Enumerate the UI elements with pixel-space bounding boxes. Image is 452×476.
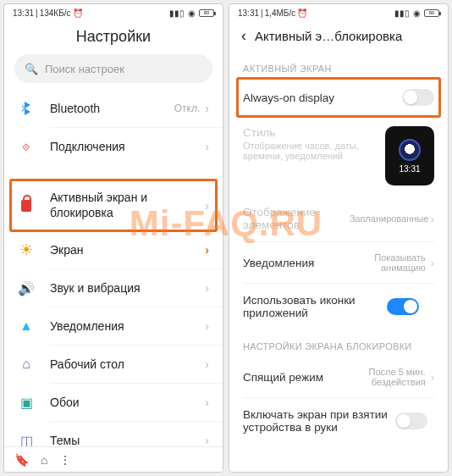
back-button[interactable]: ‹	[241, 28, 246, 43]
signal-icon: ▮▮▯	[169, 8, 185, 18]
preview-time: 13:31	[399, 164, 420, 174]
status-time: 13:31	[238, 8, 259, 18]
chevron-right-icon: ›	[205, 199, 209, 213]
row-label: Подключения	[50, 140, 205, 153]
toggle-aod[interactable]	[402, 89, 434, 106]
chevron-right-icon: ›	[431, 257, 434, 269]
row-display[interactable]: ☀ Экран ›	[4, 231, 223, 268]
row-value: После 5 мин. бездействия	[350, 367, 426, 387]
chevron-right-icon: ›	[431, 371, 434, 384]
row-subtitle: Отображение часов, даты, времени, уведом…	[243, 141, 370, 161]
bell-icon: ▲	[18, 318, 35, 335]
chevron-right-icon: ›	[205, 396, 209, 409]
row-label: Звук и вибрация	[50, 281, 205, 295]
wifi-icon: ◉	[188, 8, 196, 18]
status-net: 134КБ/с	[40, 8, 71, 18]
row-value: Показывать анимацию	[350, 252, 426, 273]
wifi-icon: ◉	[413, 8, 421, 18]
row-label: Темы	[50, 434, 205, 447]
toggle-app-icons[interactable]	[387, 298, 419, 315]
toggle-raise[interactable]	[395, 412, 427, 429]
row-label: Включать экран при взятии устройства в р…	[243, 408, 395, 434]
sound-icon: 🔊	[18, 280, 35, 296]
bookmark-icon[interactable]: 🔖	[14, 453, 29, 467]
row-label: Использовать иконки приложений	[243, 294, 387, 319]
chevron-right-icon: ›	[205, 243, 209, 257]
status-bar: 13:31 | 1,4МБ/с ⏰ ▮▮▯ ◉ 86	[229, 4, 448, 21]
page-title: Настройки	[4, 21, 223, 54]
style-preview: 13:31	[385, 126, 434, 185]
search-placeholder: Поиск настроек	[45, 63, 124, 75]
row-label: Отображение элементов	[243, 206, 350, 231]
chevron-right-icon: ›	[205, 319, 209, 333]
section-header: НАСТРОЙКИ ЭКРАНА БЛОКИРОВКИ	[229, 329, 448, 357]
row-label: Уведомления	[50, 319, 205, 333]
row-wallpaper[interactable]: ▣ Обои ›	[4, 384, 223, 421]
row-value: Откл.	[174, 102, 201, 114]
row-value: Запланированные	[350, 213, 426, 224]
signal-icon: ▮▮▯	[394, 8, 410, 18]
chevron-right-icon: ›	[205, 357, 209, 371]
phone-left: 13:31 | 134КБ/с ⏰ ▮▮▯ ◉ 80 Настройки 🔍 П…	[3, 3, 223, 473]
row-sound[interactable]: 🔊 Звук и вибрация ›	[4, 269, 223, 307]
row-active-screen-lock[interactable]: Активный экран и блокировка ›	[4, 180, 223, 230]
phone-right: 13:31 | 1,4МБ/с ⏰ ▮▮▯ ◉ 86 ‹ Активный э……	[229, 3, 449, 473]
row-label: Экран	[50, 243, 205, 257]
status-net: 1,4МБ/с	[265, 8, 296, 18]
section-header: АКТИВНЫЙ ЭКРАН	[229, 52, 448, 79]
row-label: Спящий режим	[243, 371, 350, 384]
wallpaper-icon: ▣	[18, 394, 35, 411]
lock-icon	[18, 197, 35, 214]
chevron-right-icon: ›	[431, 213, 434, 225]
row-label: Обои	[50, 396, 205, 409]
battery-icon: 86	[424, 9, 439, 17]
status-time: 13:31	[13, 8, 34, 18]
chevron-right-icon: ›	[205, 281, 209, 295]
row-label: Активный экран и блокировка	[50, 191, 205, 220]
alarm-icon: ⏰	[73, 8, 83, 18]
row-label: Bluetooth	[50, 102, 174, 115]
chevron-right-icon: ›	[205, 102, 209, 115]
battery-icon: 80	[199, 9, 214, 17]
row-notifications[interactable]: Уведомления Показывать анимацию ›	[229, 242, 448, 283]
home-icon: ⌂	[18, 356, 35, 373]
alarm-icon: ⏰	[297, 8, 307, 18]
row-raise-to-wake[interactable]: Включать экран при взятии устройства в р…	[229, 398, 448, 444]
row-home[interactable]: ⌂ Рабочий стол ›	[4, 346, 223, 383]
menu-dots-icon[interactable]: ⋮	[59, 453, 71, 467]
connections-icon: ⟐	[18, 138, 35, 155]
row-style[interactable]: Стиль Отображение часов, даты, времени, …	[229, 116, 448, 196]
chevron-right-icon: ›	[205, 140, 209, 153]
row-connections[interactable]: ⟐ Подключения ›	[4, 128, 223, 165]
row-notifications[interactable]: ▲ Уведомления ›	[4, 307, 223, 345]
page-title: Активный э…блокировка	[255, 29, 402, 43]
home-button-icon[interactable]: ⌂	[41, 453, 47, 467]
row-label: Рабочий стол	[50, 357, 205, 371]
row-aod[interactable]: Always-on display	[229, 79, 448, 116]
bluetooth-icon	[18, 100, 35, 117]
row-sleep[interactable]: Спящий режим После 5 мин. бездействия ›	[229, 357, 448, 397]
row-display-items[interactable]: Отображение элементов Запланированные ›	[229, 196, 448, 241]
row-app-icons[interactable]: Использовать иконки приложений	[229, 284, 448, 329]
chevron-right-icon: ›	[205, 434, 209, 447]
astronaut-icon	[399, 139, 421, 161]
row-label: Стиль	[243, 126, 378, 139]
search-icon: 🔍	[25, 63, 38, 75]
search-input[interactable]: 🔍 Поиск настроек	[14, 54, 212, 83]
row-bluetooth[interactable]: Bluetooth Откл. ›	[4, 90, 223, 127]
status-bar: 13:31 | 134КБ/с ⏰ ▮▮▯ ◉ 80	[4, 4, 223, 21]
row-label: Always-on display	[243, 91, 402, 104]
sun-icon: ☀	[18, 241, 35, 258]
browser-bottom-bar: 🔖 ⌂ ⋮	[4, 446, 223, 472]
row-label: Уведомления	[243, 257, 350, 269]
